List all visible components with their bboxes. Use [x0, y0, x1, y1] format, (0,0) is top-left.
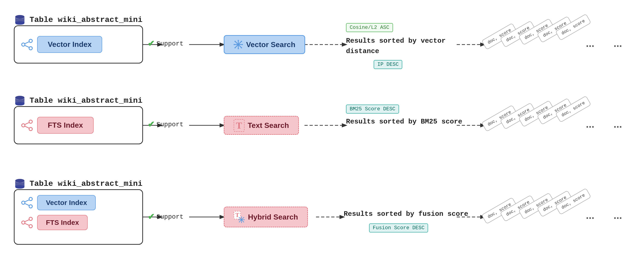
row2-ellipsis-1: ···	[586, 121, 594, 133]
row1-result-text: Results sorted by vectordistance	[346, 36, 446, 57]
row2-table-label: Table wiki_abstract_mini	[14, 95, 142, 107]
support-label-row1: Support	[156, 40, 184, 47]
svg-line-37	[25, 126, 29, 128]
row1-search-box: Vector Search	[224, 35, 305, 54]
share-icon-row2	[21, 119, 33, 131]
svg-point-27	[234, 41, 236, 42]
svg-point-35	[29, 127, 32, 131]
row1-check: ✔ Support	[148, 39, 184, 49]
row2-search-label: Text Search	[248, 121, 289, 130]
svg-point-42	[29, 205, 32, 208]
svg-point-12	[15, 15, 24, 19]
check-icon-row1: ✔	[148, 39, 154, 49]
row3-check: ✔ Support	[148, 212, 184, 222]
row2-doc-cards: doc, score doc, score doc, score doc, sc…	[487, 105, 616, 151]
row2-search-box: T Text Search	[224, 116, 299, 135]
row2-result-text: Results sorted by BM25 score	[346, 118, 462, 126]
check-icon-row2: ✔	[148, 120, 154, 129]
support-label-row3: Support	[156, 213, 184, 220]
row1-score-tag-2: IP DESC	[374, 60, 402, 69]
svg-point-14	[22, 43, 25, 46]
share-icon-row3-v	[21, 197, 33, 209]
row3-table-name: Table wiki_abstract_mini	[30, 179, 142, 188]
svg-line-36	[25, 123, 29, 124]
row1-search-label: Vector Search	[246, 40, 295, 49]
T-icon-row2: T	[234, 119, 244, 132]
svg-point-41	[29, 197, 32, 201]
svg-point-28	[241, 47, 242, 49]
score-tag-fusion: Fusion Score DESC	[373, 225, 424, 231]
row1-table-label: Table wiki_abstract_mini	[14, 14, 142, 26]
row2-score-tag-1: BM25 Score DESC	[346, 105, 399, 114]
svg-point-13	[15, 21, 24, 25]
check-icon-row3: ✔	[148, 212, 154, 222]
row3-result-text: Results sorted by fusion score	[344, 210, 468, 218]
svg-point-45	[22, 221, 25, 224]
svg-point-34	[29, 120, 32, 123]
score-tag-bm25: BM25 Score DESC	[350, 106, 395, 112]
svg-point-29	[241, 41, 242, 42]
svg-point-33	[22, 124, 25, 127]
row1-score-tag-1: Cosine/L2 ASC	[346, 23, 393, 32]
svg-point-16	[29, 47, 32, 50]
share-icon-row1	[21, 39, 33, 51]
svg-line-44	[25, 204, 29, 205]
svg-line-43	[25, 200, 29, 202]
share-icon-row3-f	[21, 216, 33, 228]
row1-table-box: Vector Index	[14, 25, 143, 64]
row3-vector-index-pill: Vector Index	[37, 195, 96, 210]
svg-point-32	[15, 102, 24, 106]
support-label-row2: Support	[156, 121, 184, 128]
row3-score-tag-1: Fusion Score DESC	[369, 223, 428, 232]
db-icon-row2	[14, 95, 26, 107]
row3-fts-index-pill: FTS Index	[37, 215, 88, 230]
svg-point-47	[29, 225, 32, 228]
svg-line-48	[25, 220, 29, 222]
row1-table-name: Table wiki_abstract_mini	[30, 16, 142, 24]
row2-check: ✔ Support	[148, 120, 184, 129]
row1-ellipsis-1: ···	[586, 40, 594, 52]
row3-search-label: Hybrid Search	[248, 213, 298, 221]
score-tag-ip: IP DESC	[377, 62, 398, 67]
svg-point-39	[15, 185, 24, 189]
diagram: Table wiki_abstract_mini Vector Index ✔ …	[0, 0, 644, 265]
row2-table-box: FTS Index	[14, 106, 143, 144]
svg-point-40	[22, 201, 25, 204]
db-icon-row1	[14, 14, 26, 26]
row2-ellipsis-2: ···	[614, 121, 622, 133]
row3-table-box: Vector Index FTS Index	[14, 189, 143, 245]
svg-line-17	[25, 42, 29, 44]
row1-doc-cards: doc, score doc, score doc, score doc, sc…	[487, 23, 616, 69]
svg-point-60	[243, 217, 244, 218]
snowflake-icon-row1	[234, 40, 243, 49]
svg-point-61	[239, 222, 240, 222]
svg-point-58	[239, 217, 240, 218]
row3-ellipsis-1: ···	[586, 212, 594, 224]
row2-fts-index-pill: FTS Index	[37, 117, 94, 134]
row1-ellipsis-2: ···	[614, 40, 622, 52]
svg-line-18	[25, 46, 29, 47]
svg-line-49	[25, 223, 29, 225]
svg-point-15	[29, 39, 32, 43]
row1-vector-index-pill: Vector Index	[37, 36, 102, 53]
row3-table-label: Table wiki_abstract_mini	[14, 178, 142, 190]
score-tag-cosine: Cosine/L2 ASC	[350, 25, 389, 31]
svg-point-31	[15, 96, 24, 100]
svg-point-38	[15, 179, 24, 183]
snowflake-icon-row3	[238, 216, 245, 223]
svg-point-46	[29, 217, 32, 220]
row3-ellipsis-2: ···	[614, 212, 622, 224]
row3-doc-cards: doc, score doc, score doc, score doc, sc…	[487, 197, 616, 243]
row3-search-box: T Hybrid Search	[224, 207, 308, 227]
db-icon-row3	[14, 178, 26, 190]
row2-table-name: Table wiki_abstract_mini	[30, 96, 142, 105]
svg-point-30	[234, 47, 236, 49]
svg-point-59	[243, 222, 244, 222]
